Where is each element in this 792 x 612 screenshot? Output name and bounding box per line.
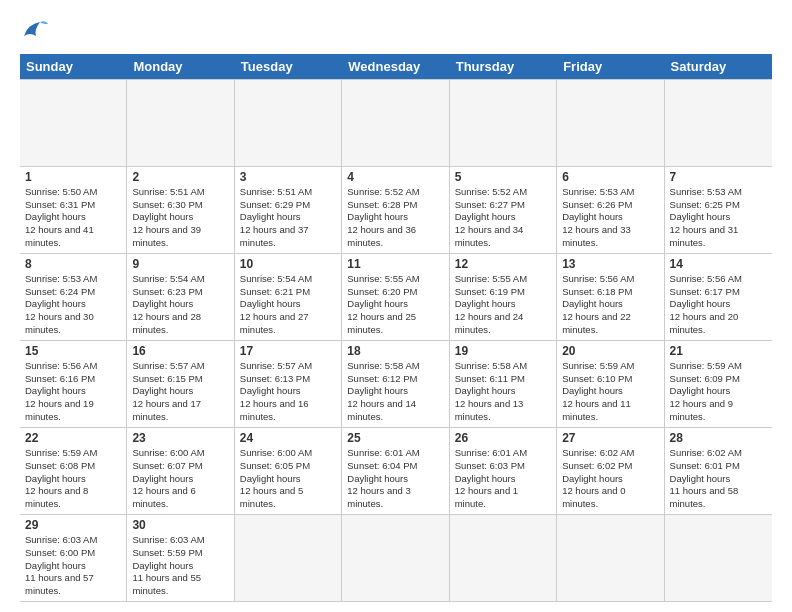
calendar-day-13: 13 Sunrise: 5:56 AMSunset: 6:18 PMDaylig… xyxy=(557,254,664,340)
calendar-empty-cell xyxy=(342,515,449,601)
calendar-empty-cell xyxy=(235,515,342,601)
calendar-row-1 xyxy=(20,79,772,167)
day-number: 9 xyxy=(132,257,228,271)
day-number: 30 xyxy=(132,518,228,532)
day-of-week-sunday: Sunday xyxy=(20,54,127,79)
calendar-day-15: 15 Sunrise: 5:56 AMSunset: 6:16 PMDaylig… xyxy=(20,341,127,427)
calendar: SundayMondayTuesdayWednesdayThursdayFrid… xyxy=(20,54,772,602)
day-info: Sunrise: 5:59 AMSunset: 6:09 PMDaylight … xyxy=(670,360,767,424)
day-number: 25 xyxy=(347,431,443,445)
day-info: Sunrise: 5:59 AMSunset: 6:10 PMDaylight … xyxy=(562,360,658,424)
day-info: Sunrise: 6:02 AMSunset: 6:02 PMDaylight … xyxy=(562,447,658,511)
day-info: Sunrise: 5:53 AMSunset: 6:25 PMDaylight … xyxy=(670,186,767,250)
day-number: 21 xyxy=(670,344,767,358)
day-of-week-wednesday: Wednesday xyxy=(342,54,449,79)
calendar-day-21: 21 Sunrise: 5:59 AMSunset: 6:09 PMDaylig… xyxy=(665,341,772,427)
day-info: Sunrise: 5:55 AMSunset: 6:19 PMDaylight … xyxy=(455,273,551,337)
calendar-day-16: 16 Sunrise: 5:57 AMSunset: 6:15 PMDaylig… xyxy=(127,341,234,427)
calendar-day-4: 4 Sunrise: 5:52 AMSunset: 6:28 PMDayligh… xyxy=(342,167,449,253)
day-info: Sunrise: 5:52 AMSunset: 6:27 PMDaylight … xyxy=(455,186,551,250)
calendar-body: 1 Sunrise: 5:50 AMSunset: 6:31 PMDayligh… xyxy=(20,79,772,602)
calendar-day-22: 22 Sunrise: 5:59 AMSunset: 6:08 PMDaylig… xyxy=(20,428,127,514)
day-info: Sunrise: 6:02 AMSunset: 6:01 PMDaylight … xyxy=(670,447,767,511)
day-info: Sunrise: 6:01 AMSunset: 6:03 PMDaylight … xyxy=(455,447,551,511)
calendar-header: SundayMondayTuesdayWednesdayThursdayFrid… xyxy=(20,54,772,79)
day-of-week-tuesday: Tuesday xyxy=(235,54,342,79)
day-info: Sunrise: 5:56 AMSunset: 6:18 PMDaylight … xyxy=(562,273,658,337)
day-info: Sunrise: 6:01 AMSunset: 6:04 PMDaylight … xyxy=(347,447,443,511)
day-info: Sunrise: 5:56 AMSunset: 6:17 PMDaylight … xyxy=(670,273,767,337)
calendar-day-18: 18 Sunrise: 5:58 AMSunset: 6:12 PMDaylig… xyxy=(342,341,449,427)
day-number: 8 xyxy=(25,257,121,271)
calendar-empty-cell xyxy=(127,80,234,166)
day-of-week-friday: Friday xyxy=(557,54,664,79)
day-of-week-thursday: Thursday xyxy=(450,54,557,79)
day-info: Sunrise: 5:55 AMSunset: 6:20 PMDaylight … xyxy=(347,273,443,337)
calendar-empty-cell xyxy=(557,80,664,166)
calendar-row-4: 15 Sunrise: 5:56 AMSunset: 6:16 PMDaylig… xyxy=(20,341,772,428)
day-number: 27 xyxy=(562,431,658,445)
calendar-empty-cell xyxy=(450,515,557,601)
day-number: 7 xyxy=(670,170,767,184)
calendar-empty-cell xyxy=(20,80,127,166)
day-number: 6 xyxy=(562,170,658,184)
day-number: 1 xyxy=(25,170,121,184)
day-number: 20 xyxy=(562,344,658,358)
day-info: Sunrise: 5:59 AMSunset: 6:08 PMDaylight … xyxy=(25,447,121,511)
day-number: 4 xyxy=(347,170,443,184)
day-info: Sunrise: 6:00 AMSunset: 6:05 PMDaylight … xyxy=(240,447,336,511)
day-number: 14 xyxy=(670,257,767,271)
calendar-row-2: 1 Sunrise: 5:50 AMSunset: 6:31 PMDayligh… xyxy=(20,167,772,254)
day-of-week-saturday: Saturday xyxy=(665,54,772,79)
calendar-day-11: 11 Sunrise: 5:55 AMSunset: 6:20 PMDaylig… xyxy=(342,254,449,340)
day-info: Sunrise: 5:57 AMSunset: 6:15 PMDaylight … xyxy=(132,360,228,424)
calendar-day-19: 19 Sunrise: 5:58 AMSunset: 6:11 PMDaylig… xyxy=(450,341,557,427)
day-info: Sunrise: 5:53 AMSunset: 6:24 PMDaylight … xyxy=(25,273,121,337)
calendar-row-3: 8 Sunrise: 5:53 AMSunset: 6:24 PMDayligh… xyxy=(20,254,772,341)
day-number: 24 xyxy=(240,431,336,445)
day-info: Sunrise: 6:03 AMSunset: 5:59 PMDaylight … xyxy=(132,534,228,598)
calendar-empty-cell xyxy=(557,515,664,601)
calendar-day-7: 7 Sunrise: 5:53 AMSunset: 6:25 PMDayligh… xyxy=(665,167,772,253)
day-info: Sunrise: 6:00 AMSunset: 6:07 PMDaylight … xyxy=(132,447,228,511)
calendar-day-29: 29 Sunrise: 6:03 AMSunset: 6:00 PMDaylig… xyxy=(20,515,127,601)
calendar-empty-cell xyxy=(235,80,342,166)
day-number: 16 xyxy=(132,344,228,358)
day-number: 5 xyxy=(455,170,551,184)
day-info: Sunrise: 5:52 AMSunset: 6:28 PMDaylight … xyxy=(347,186,443,250)
calendar-day-8: 8 Sunrise: 5:53 AMSunset: 6:24 PMDayligh… xyxy=(20,254,127,340)
day-number: 15 xyxy=(25,344,121,358)
day-of-week-monday: Monday xyxy=(127,54,234,79)
calendar-day-3: 3 Sunrise: 5:51 AMSunset: 6:29 PMDayligh… xyxy=(235,167,342,253)
day-info: Sunrise: 5:58 AMSunset: 6:12 PMDaylight … xyxy=(347,360,443,424)
calendar-day-2: 2 Sunrise: 5:51 AMSunset: 6:30 PMDayligh… xyxy=(127,167,234,253)
day-info: Sunrise: 5:50 AMSunset: 6:31 PMDaylight … xyxy=(25,186,121,250)
calendar-empty-cell xyxy=(342,80,449,166)
calendar-day-28: 28 Sunrise: 6:02 AMSunset: 6:01 PMDaylig… xyxy=(665,428,772,514)
day-info: Sunrise: 5:54 AMSunset: 6:23 PMDaylight … xyxy=(132,273,228,337)
calendar-empty-cell xyxy=(665,80,772,166)
day-number: 2 xyxy=(132,170,228,184)
day-info: Sunrise: 5:51 AMSunset: 6:30 PMDaylight … xyxy=(132,186,228,250)
calendar-day-20: 20 Sunrise: 5:59 AMSunset: 6:10 PMDaylig… xyxy=(557,341,664,427)
calendar-day-17: 17 Sunrise: 5:57 AMSunset: 6:13 PMDaylig… xyxy=(235,341,342,427)
day-info: Sunrise: 5:53 AMSunset: 6:26 PMDaylight … xyxy=(562,186,658,250)
calendar-empty-cell xyxy=(450,80,557,166)
day-info: Sunrise: 5:51 AMSunset: 6:29 PMDaylight … xyxy=(240,186,336,250)
day-number: 19 xyxy=(455,344,551,358)
day-number: 10 xyxy=(240,257,336,271)
day-number: 13 xyxy=(562,257,658,271)
calendar-day-24: 24 Sunrise: 6:00 AMSunset: 6:05 PMDaylig… xyxy=(235,428,342,514)
day-number: 26 xyxy=(455,431,551,445)
calendar-day-5: 5 Sunrise: 5:52 AMSunset: 6:27 PMDayligh… xyxy=(450,167,557,253)
calendar-day-26: 26 Sunrise: 6:01 AMSunset: 6:03 PMDaylig… xyxy=(450,428,557,514)
day-number: 28 xyxy=(670,431,767,445)
calendar-day-14: 14 Sunrise: 5:56 AMSunset: 6:17 PMDaylig… xyxy=(665,254,772,340)
day-info: Sunrise: 5:57 AMSunset: 6:13 PMDaylight … xyxy=(240,360,336,424)
calendar-day-25: 25 Sunrise: 6:01 AMSunset: 6:04 PMDaylig… xyxy=(342,428,449,514)
calendar-day-27: 27 Sunrise: 6:02 AMSunset: 6:02 PMDaylig… xyxy=(557,428,664,514)
day-number: 12 xyxy=(455,257,551,271)
day-number: 22 xyxy=(25,431,121,445)
day-number: 23 xyxy=(132,431,228,445)
page: SundayMondayTuesdayWednesdayThursdayFrid… xyxy=(0,0,792,612)
